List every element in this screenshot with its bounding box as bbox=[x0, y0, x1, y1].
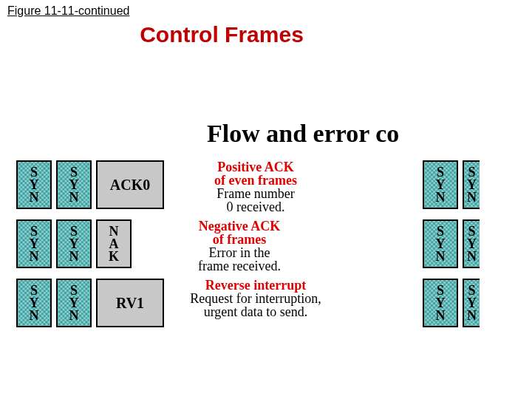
syn-letter: N bbox=[69, 310, 79, 322]
desc-black: Request for interruption, bbox=[174, 292, 337, 305]
syn-box: S Y N bbox=[16, 160, 52, 209]
syn-letter: S bbox=[70, 166, 78, 179]
syn-box: S Y N bbox=[16, 219, 52, 268]
syn-letter: N bbox=[436, 310, 446, 322]
syn-letter: S bbox=[70, 284, 78, 297]
syn-letter: S bbox=[437, 284, 444, 297]
code-letter: K bbox=[109, 250, 119, 263]
spacer bbox=[341, 279, 423, 327]
syn-letter: Y bbox=[69, 297, 79, 310]
code-letter: A bbox=[109, 238, 119, 250]
syn-letter: Y bbox=[30, 238, 39, 250]
syn-letter: Y bbox=[467, 238, 477, 250]
syn-letter: N bbox=[30, 250, 39, 263]
spacer bbox=[341, 219, 423, 268]
syn-letter: S bbox=[30, 284, 38, 297]
desc-red: Positive ACK bbox=[174, 160, 337, 174]
syn-letter: Y bbox=[436, 238, 446, 250]
desc-black: Frame number bbox=[174, 187, 337, 200]
syn-box: S Y N bbox=[56, 279, 92, 327]
syn-letter: N bbox=[30, 191, 39, 204]
syn-box: S Y N bbox=[423, 219, 458, 268]
syn-letter: N bbox=[467, 191, 477, 204]
frame-description: Reverse interrupt Request for interrupti… bbox=[164, 279, 341, 327]
syn-letter: Y bbox=[467, 297, 477, 310]
syn-letter: Y bbox=[30, 297, 39, 310]
desc-black: 0 received. bbox=[174, 200, 337, 214]
syn-box-cut: S Y N bbox=[463, 160, 480, 209]
code-letter: N bbox=[109, 225, 119, 238]
desc-black: frame received. bbox=[142, 259, 337, 273]
frame-description: Positive ACK of even frames Frame number… bbox=[164, 160, 341, 209]
table-row: S Y N S Y N RV1 Reverse interrupt Reques… bbox=[16, 279, 532, 327]
frame-table: S Y N S Y N ACK0 Positive ACK of even fr… bbox=[16, 160, 532, 327]
syn-letter: Y bbox=[69, 179, 79, 191]
frame-code: RV1 bbox=[96, 279, 164, 327]
frame-description: Negative ACK of frames Error in the fram… bbox=[132, 219, 341, 268]
desc-red: Negative ACK bbox=[142, 219, 337, 233]
syn-letter: Y bbox=[436, 179, 446, 191]
desc-red: of frames bbox=[142, 233, 337, 246]
syn-letter: N bbox=[467, 310, 477, 322]
syn-box: S Y N bbox=[423, 160, 458, 209]
syn-letter: N bbox=[436, 191, 446, 204]
desc-red: of even frames bbox=[174, 174, 337, 187]
syn-letter: Y bbox=[467, 179, 477, 191]
syn-box-cut: S Y N bbox=[463, 219, 480, 268]
syn-box: S Y N bbox=[56, 219, 92, 268]
table-row: S Y N S Y N N A K Negative ACK of frames… bbox=[16, 219, 532, 268]
syn-letter: S bbox=[70, 225, 78, 238]
syn-box: S Y N bbox=[423, 279, 458, 327]
syn-box: S Y N bbox=[16, 279, 52, 327]
syn-letter: Y bbox=[436, 297, 446, 310]
syn-letter: N bbox=[69, 191, 79, 204]
syn-letter: S bbox=[30, 166, 38, 179]
syn-letter: N bbox=[467, 250, 477, 263]
figure-caption: Figure 11-11-continued bbox=[0, 0, 532, 18]
syn-letter: Y bbox=[30, 179, 39, 191]
syn-letter: S bbox=[437, 166, 444, 179]
spacer bbox=[341, 160, 423, 209]
page-title: Control Frames bbox=[0, 22, 532, 47]
desc-black: Error in the bbox=[142, 246, 337, 259]
syn-letter: S bbox=[468, 225, 475, 238]
desc-black: urgent data to send. bbox=[174, 305, 337, 318]
desc-red: Reverse interrupt bbox=[174, 279, 337, 292]
syn-letter: N bbox=[30, 310, 39, 322]
section-heading: Flow and error co bbox=[207, 120, 532, 148]
syn-box: S Y N bbox=[56, 160, 92, 209]
frame-code: ACK0 bbox=[96, 160, 164, 209]
table-row: S Y N S Y N ACK0 Positive ACK of even fr… bbox=[16, 160, 532, 209]
syn-letter: S bbox=[468, 166, 475, 179]
syn-letter: S bbox=[437, 225, 444, 238]
syn-box-cut: S Y N bbox=[463, 279, 480, 327]
syn-letter: Y bbox=[69, 238, 79, 250]
syn-letter: N bbox=[69, 250, 79, 263]
syn-letter: S bbox=[468, 284, 475, 297]
syn-letter: S bbox=[30, 225, 38, 238]
syn-letter: N bbox=[436, 250, 446, 263]
frame-code: N A K bbox=[96, 219, 132, 268]
